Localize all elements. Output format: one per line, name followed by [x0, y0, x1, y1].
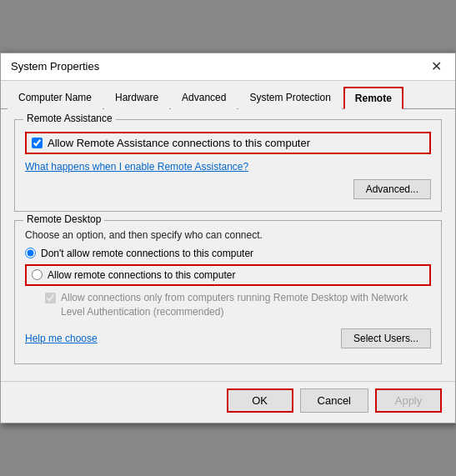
allow-remote-radio-row: Allow remote connections to this compute…: [25, 264, 431, 286]
apply-button[interactable]: Apply: [375, 388, 442, 413]
dont-allow-radio[interactable]: [25, 248, 36, 258]
advanced-button[interactable]: Advanced...: [353, 179, 431, 199]
tab-bar: Computer Name Hardware Advanced System P…: [1, 81, 455, 109]
dont-allow-label: Don't allow remote connections to this c…: [41, 248, 253, 259]
remote-assistance-help-link[interactable]: What happens when I enable Remote Assist…: [25, 161, 431, 173]
allow-remote-assistance-checkbox[interactable]: [32, 138, 43, 148]
nla-checkbox-row: Allow connections only from computers ru…: [45, 291, 431, 319]
tab-advanced[interactable]: Advanced: [171, 87, 237, 109]
advanced-btn-row: Advanced...: [25, 179, 431, 199]
nla-checkbox[interactable]: [45, 293, 56, 303]
remote-assistance-label: Remote Assistance: [23, 113, 116, 124]
remote-desktop-options: Choose an option, and then specify who c…: [25, 229, 431, 319]
tab-computer-name[interactable]: Computer Name: [8, 87, 103, 109]
cancel-button[interactable]: Cancel: [300, 388, 368, 413]
remote-desktop-bottom-row: Help me choose Select Users...: [25, 323, 431, 352]
tab-hardware[interactable]: Hardware: [104, 87, 169, 109]
ok-button[interactable]: OK: [227, 388, 293, 413]
allow-remote-assistance-text: Allow Remote Assistance connections to t…: [48, 137, 310, 149]
allow-remote-assistance-row: Allow Remote Assistance connections to t…: [25, 132, 431, 154]
allow-remote-label: Allow remote connections to this compute…: [48, 269, 235, 281]
footer: OK Cancel Apply: [1, 381, 455, 423]
tab-system-protection[interactable]: System Protection: [238, 87, 341, 109]
system-properties-window: System Properties ✕ Computer Name Hardwa…: [0, 53, 456, 424]
remote-desktop-group: Remote Desktop Choose an option, and the…: [14, 220, 442, 365]
title-bar: System Properties ✕: [1, 53, 455, 81]
remote-assistance-group: Remote Assistance Allow Remote Assistanc…: [14, 119, 442, 212]
dont-allow-radio-row: Don't allow remote connections to this c…: [25, 248, 431, 259]
nla-label: Allow connections only from computers ru…: [61, 291, 431, 319]
tab-remote[interactable]: Remote: [343, 87, 403, 109]
close-button[interactable]: ✕: [428, 60, 445, 73]
remote-desktop-description: Choose an option, and then specify who c…: [25, 229, 431, 241]
select-users-button[interactable]: Select Users...: [341, 328, 431, 348]
help-me-choose-link[interactable]: Help me choose: [25, 333, 98, 344]
content-area: Remote Assistance Allow Remote Assistanc…: [1, 109, 455, 382]
remote-desktop-label: Remote Desktop: [23, 213, 104, 225]
window-title: System Properties: [11, 60, 99, 73]
allow-remote-radio[interactable]: [32, 269, 43, 280]
